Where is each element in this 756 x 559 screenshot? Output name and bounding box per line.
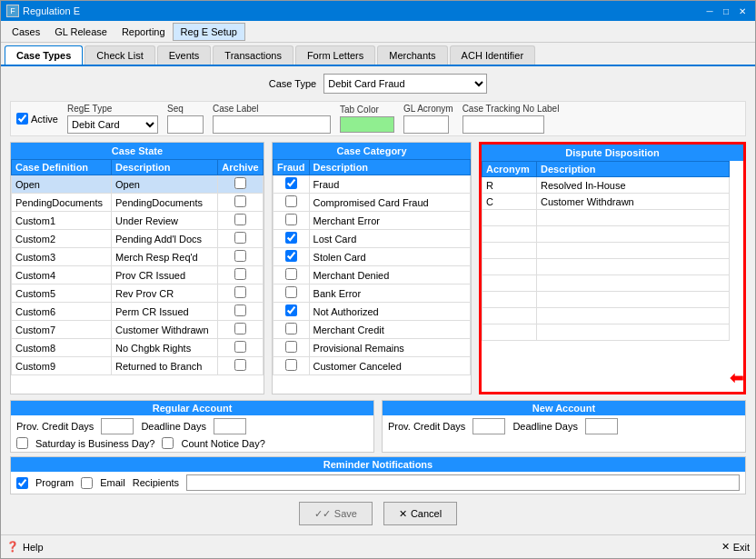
case-def-cell: Custom1 bbox=[12, 212, 112, 230]
archive-checkbox[interactable] bbox=[234, 341, 246, 353]
minimize-button[interactable]: ─ bbox=[702, 4, 717, 18]
count-notice-checkbox[interactable] bbox=[162, 437, 174, 449]
acronym-cell bbox=[482, 226, 537, 243]
table-row[interactable] bbox=[482, 324, 730, 341]
table-row[interactable]: Stolen Card bbox=[274, 248, 471, 266]
exit-button[interactable]: ✕ Exit bbox=[721, 541, 750, 553]
archive-checkbox[interactable] bbox=[234, 177, 246, 189]
case-type-select[interactable]: Debit Card Fraud bbox=[323, 74, 487, 94]
table-row[interactable] bbox=[482, 308, 730, 324]
table-row[interactable] bbox=[482, 275, 730, 292]
table-row[interactable]: Lost Card bbox=[274, 230, 471, 248]
table-row[interactable] bbox=[482, 226, 730, 243]
fraud-checkbox[interactable] bbox=[285, 214, 297, 225]
tab-events[interactable]: Events bbox=[157, 45, 212, 65]
table-row[interactable]: Customer Canceled bbox=[274, 357, 471, 375]
fraud-checkbox[interactable] bbox=[285, 304, 297, 316]
dispute-table-wrap[interactable]: Acronym Description R Resolved In-HouseC… bbox=[482, 161, 730, 392]
save-button[interactable]: ✓✓ Save bbox=[299, 502, 373, 525]
fraud-checkbox[interactable] bbox=[285, 232, 297, 244]
fraud-checkbox[interactable] bbox=[285, 341, 297, 353]
table-row[interactable]: Open Open bbox=[12, 175, 264, 194]
reg-prov-credit-input[interactable]: 10 bbox=[101, 418, 134, 434]
case-state-table-container[interactable]: Case Definition Description Archive Open… bbox=[11, 159, 264, 394]
table-row[interactable]: R Resolved In-House bbox=[482, 177, 730, 194]
help-button[interactable]: ❓ Help bbox=[6, 541, 44, 553]
table-row[interactable]: Provisional Remains bbox=[274, 339, 471, 357]
archive-checkbox[interactable] bbox=[234, 286, 246, 298]
tab-merchants[interactable]: Merchants bbox=[377, 45, 447, 65]
fraud-checkbox[interactable] bbox=[285, 286, 297, 298]
tab-ach-identifier[interactable]: ACH Identifier bbox=[450, 45, 535, 65]
seq-input[interactable]: 10 bbox=[167, 115, 204, 134]
archive-checkbox[interactable] bbox=[234, 232, 246, 244]
acronym-cell: C bbox=[482, 194, 537, 210]
menu-gl-release[interactable]: GL Release bbox=[47, 24, 114, 40]
table-row[interactable]: Custom5 Rev Prov CR bbox=[12, 284, 264, 303]
table-row[interactable]: Custom2 Pending Add'l Docs bbox=[12, 230, 264, 248]
table-row[interactable]: Custom1 Under Review bbox=[12, 212, 264, 230]
table-row[interactable]: Bank Error bbox=[274, 284, 471, 303]
table-row[interactable]: Compromised Card Fraud bbox=[274, 194, 471, 212]
new-prov-credit-input[interactable]: 20 bbox=[472, 418, 505, 434]
table-row[interactable] bbox=[482, 292, 730, 308]
table-row[interactable] bbox=[482, 210, 730, 226]
archive-checkbox[interactable] bbox=[234, 195, 246, 207]
button-row: ✓✓ Save ✕ Cancel bbox=[10, 498, 746, 529]
tab-case-types[interactable]: Case Types bbox=[5, 45, 83, 65]
table-row[interactable]: Merchant Credit bbox=[274, 321, 471, 339]
case-category-table-container[interactable]: Fraud Description Fraud Compromised Card… bbox=[273, 159, 471, 394]
active-checkbox[interactable] bbox=[16, 113, 28, 125]
reg-fields-row: Active RegE Type Debit Card Seq 10 Case … bbox=[10, 101, 746, 136]
reg-deadline-input[interactable]: 90 bbox=[214, 418, 246, 434]
archive-checkbox[interactable] bbox=[234, 323, 246, 334]
recipients-input[interactable] bbox=[186, 474, 740, 491]
tab-check-list[interactable]: Check List bbox=[85, 45, 154, 65]
table-row[interactable] bbox=[482, 259, 730, 275]
tab-transactions[interactable]: Transactions bbox=[213, 45, 293, 65]
archive-checkbox[interactable] bbox=[234, 214, 246, 225]
archive-checkbox[interactable] bbox=[234, 268, 246, 280]
tab-form-letters[interactable]: Form Letters bbox=[295, 45, 375, 65]
cancel-button[interactable]: ✕ Cancel bbox=[383, 502, 457, 525]
menu-reg-e-setup[interactable]: Reg E Setup bbox=[173, 23, 245, 41]
menu-cases[interactable]: Cases bbox=[5, 24, 47, 40]
archive-checkbox[interactable] bbox=[234, 250, 246, 262]
archive-checkbox[interactable] bbox=[234, 359, 246, 371]
saturday-checkbox[interactable] bbox=[16, 437, 28, 449]
fraud-checkbox[interactable] bbox=[285, 195, 297, 207]
dispute-disposition-panel: Dispute Disposition Acronym Description bbox=[479, 142, 746, 394]
tab-color-box[interactable] bbox=[340, 116, 394, 133]
table-row[interactable]: Custom8 No Chgbk Rights bbox=[12, 339, 264, 357]
table-row[interactable]: Custom7 Customer Withdrawn bbox=[12, 321, 264, 339]
gl-acronym-input[interactable]: DCF bbox=[403, 115, 449, 134]
table-row[interactable]: Custom4 Prov CR Issued bbox=[12, 266, 264, 284]
table-row[interactable]: Custom6 Perm CR Issued bbox=[12, 303, 264, 321]
close-button[interactable]: ✕ bbox=[735, 4, 750, 18]
case-label-input[interactable]: Debit Card Fraud bbox=[213, 115, 331, 134]
table-row[interactable]: Fraud bbox=[274, 175, 471, 194]
email-checkbox[interactable] bbox=[81, 477, 93, 489]
table-row[interactable]: C Customer Withdrawn bbox=[482, 194, 730, 210]
new-account-fields: Prov. Credit Days 20 Deadline Days 90 bbox=[388, 418, 740, 434]
fraud-checkbox[interactable] bbox=[285, 250, 297, 262]
fraud-checkbox[interactable] bbox=[285, 323, 297, 334]
fraud-checkbox[interactable] bbox=[285, 177, 297, 189]
program-checkbox[interactable] bbox=[16, 477, 28, 489]
table-row[interactable]: Merchant Error bbox=[274, 212, 471, 230]
table-row[interactable] bbox=[482, 243, 730, 259]
table-row[interactable]: Not Authorized bbox=[274, 303, 471, 321]
table-row[interactable]: Custom3 Merch Resp Req'd bbox=[12, 248, 264, 266]
new-deadline-input[interactable]: 90 bbox=[585, 418, 618, 434]
fraud-checkbox[interactable] bbox=[285, 268, 297, 280]
table-row[interactable]: PendingDocuments PendingDocuments bbox=[12, 194, 264, 212]
archive-checkbox[interactable] bbox=[234, 304, 246, 316]
cat-desc-cell: Provisional Remains bbox=[309, 339, 470, 357]
fraud-checkbox[interactable] bbox=[285, 359, 297, 371]
case-tracking-input[interactable]: Debit Card bbox=[463, 115, 544, 134]
maximize-button[interactable]: □ bbox=[719, 4, 733, 18]
rege-type-select[interactable]: Debit Card bbox=[67, 115, 158, 134]
table-row[interactable]: Merchant Denied bbox=[274, 266, 471, 284]
table-row[interactable]: Custom9 Returned to Branch bbox=[12, 357, 264, 375]
menu-reporting[interactable]: Reporting bbox=[114, 24, 173, 40]
